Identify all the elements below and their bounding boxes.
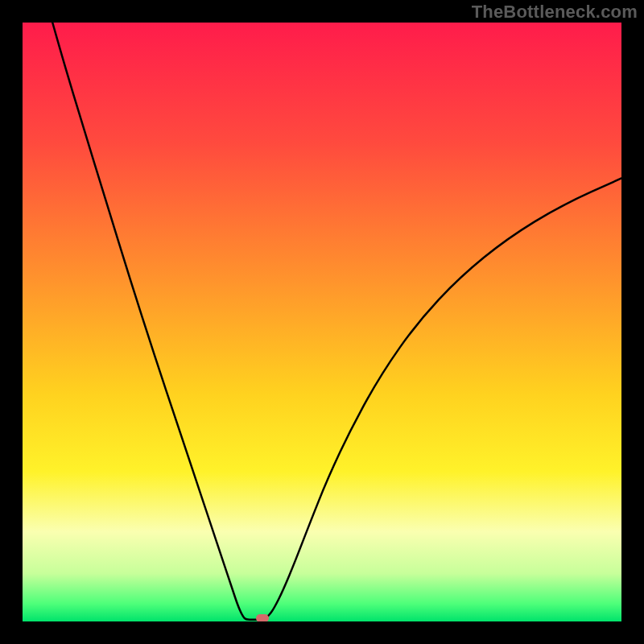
chart-frame: TheBottleneck.com [0,0,644,644]
attribution-text: TheBottleneck.com [472,2,638,23]
optimal-point-marker [256,614,269,621]
curve-layer [23,23,621,621]
bottleneck-curve [52,23,621,620]
plot-area [23,23,621,621]
